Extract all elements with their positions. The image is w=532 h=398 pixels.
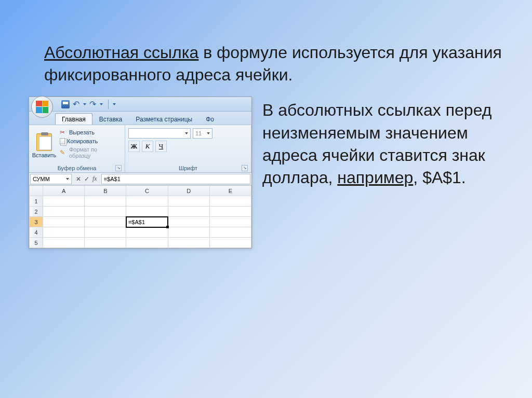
undo-dropdown-icon[interactable] xyxy=(83,103,86,105)
ribbon-tabs: Главная Вставка Разметка страницы Фо xyxy=(29,112,251,125)
excel-screenshot: Главная Вставка Разметка страницы Фо Вст… xyxy=(29,97,252,249)
clipboard-group: Вставить Вырезать Копировать xyxy=(29,125,125,172)
qat-separator xyxy=(108,100,109,109)
font-dialog-launcher-icon[interactable]: ↘ xyxy=(242,165,248,171)
chevron-down-icon xyxy=(66,178,69,180)
format-painter-label: Формат по образцу xyxy=(69,146,120,159)
side-part2: , $A$1. xyxy=(413,168,466,187)
redo-icon[interactable] xyxy=(89,100,98,108)
cell[interactable] xyxy=(168,227,209,238)
cell[interactable] xyxy=(168,207,209,217)
row-header-4[interactable]: 4 xyxy=(30,227,43,238)
col-header-c[interactable]: C xyxy=(126,186,168,196)
side-underlined: например xyxy=(337,168,413,187)
cell[interactable] xyxy=(126,238,168,248)
cell[interactable] xyxy=(209,217,251,227)
cell[interactable] xyxy=(126,207,168,217)
cancel-icon[interactable]: ✕ xyxy=(76,175,81,183)
office-logo-icon xyxy=(36,101,48,113)
col-header-d[interactable]: D xyxy=(168,186,209,196)
copy-label: Копировать xyxy=(67,138,98,144)
paste-button[interactable]: Вставить xyxy=(32,127,56,164)
active-cell[interactable]: =$A$1 xyxy=(126,217,168,227)
underline-button[interactable]: Ч xyxy=(155,141,167,152)
cell[interactable] xyxy=(85,217,126,227)
cell[interactable] xyxy=(43,196,85,207)
qat-customize-icon[interactable] xyxy=(113,103,116,105)
font-name-combo[interactable] xyxy=(128,128,191,139)
cell[interactable] xyxy=(43,217,85,227)
cell[interactable] xyxy=(168,196,209,207)
undo-icon[interactable] xyxy=(73,100,81,108)
cell[interactable] xyxy=(43,238,85,248)
enter-icon[interactable]: ✓ xyxy=(84,175,89,183)
ribbon: Вставить Вырезать Копировать xyxy=(29,125,251,173)
tab-page-layout[interactable]: Разметка страницы xyxy=(129,113,199,125)
paste-label: Вставить xyxy=(32,152,57,158)
format-painter-button[interactable]: Формат по образцу xyxy=(58,146,122,159)
paste-icon xyxy=(36,133,52,151)
cell[interactable] xyxy=(126,196,168,207)
scissors-icon xyxy=(60,129,67,136)
tab-insert[interactable]: Вставка xyxy=(92,113,129,125)
chevron-down-icon xyxy=(207,132,210,134)
cell[interactable] xyxy=(85,227,126,238)
chevron-down-icon xyxy=(185,132,188,134)
italic-button[interactable]: К xyxy=(142,141,153,152)
heading-underlined: Абсолютная ссылка xyxy=(44,43,198,62)
font-size-combo[interactable]: 11 xyxy=(193,128,212,139)
col-header-a[interactable]: A xyxy=(43,186,85,196)
cell[interactable] xyxy=(168,238,209,248)
formula-input[interactable]: =$A$1 xyxy=(101,174,250,184)
cell[interactable] xyxy=(85,207,126,217)
select-all-corner[interactable] xyxy=(30,186,43,196)
row-header-3[interactable]: 3 xyxy=(30,217,43,227)
font-group-title: Шрифт ↘ xyxy=(128,164,248,171)
cell[interactable] xyxy=(209,238,251,248)
name-box[interactable]: СУММ xyxy=(30,174,72,184)
col-header-e[interactable]: E xyxy=(209,186,251,196)
copy-icon xyxy=(60,138,65,144)
cell[interactable] xyxy=(85,238,126,248)
cell[interactable] xyxy=(43,227,85,238)
copy-button[interactable]: Копировать xyxy=(58,138,122,145)
cut-label: Вырезать xyxy=(69,129,95,135)
row-header-1[interactable]: 1 xyxy=(30,196,43,207)
font-group: 11 Ж К Ч Шрифт ↘ xyxy=(125,125,251,172)
cell[interactable] xyxy=(209,196,251,207)
cell[interactable] xyxy=(209,207,251,217)
cell[interactable] xyxy=(43,207,85,217)
tab-home[interactable]: Главная xyxy=(55,113,92,125)
clipboard-dialog-launcher-icon[interactable]: ↘ xyxy=(115,165,122,171)
save-icon[interactable] xyxy=(61,100,70,108)
cell[interactable] xyxy=(85,196,126,207)
quick-access-toolbar xyxy=(29,97,251,112)
row-header-2[interactable]: 2 xyxy=(30,207,43,217)
office-button[interactable] xyxy=(31,96,53,118)
clipboard-group-title: Буфер обмена ↘ xyxy=(32,164,122,171)
brush-icon xyxy=(60,149,67,156)
cell[interactable] xyxy=(209,227,251,238)
cut-button[interactable]: Вырезать xyxy=(58,128,122,136)
bold-button[interactable]: Ж xyxy=(128,141,140,152)
tab-formulas[interactable]: Фо xyxy=(199,113,221,125)
formula-bar: СУММ ✕ ✓ fx =$A$1 xyxy=(29,173,251,185)
heading-paragraph: Абсолютная ссылка в формуле используется… xyxy=(29,42,503,86)
cell[interactable] xyxy=(126,227,168,238)
row-header-5[interactable]: 5 xyxy=(30,238,43,248)
side-paragraph: В абсолютных ссылках перед неизменяемым … xyxy=(262,97,503,189)
redo-dropdown-icon[interactable] xyxy=(100,103,103,105)
spreadsheet-grid[interactable]: A B C D E 1 2 3=$A$1 4 5 xyxy=(29,185,251,248)
fx-icon[interactable]: fx xyxy=(92,175,97,183)
col-header-b[interactable]: B xyxy=(85,186,126,196)
cell[interactable] xyxy=(168,217,209,227)
